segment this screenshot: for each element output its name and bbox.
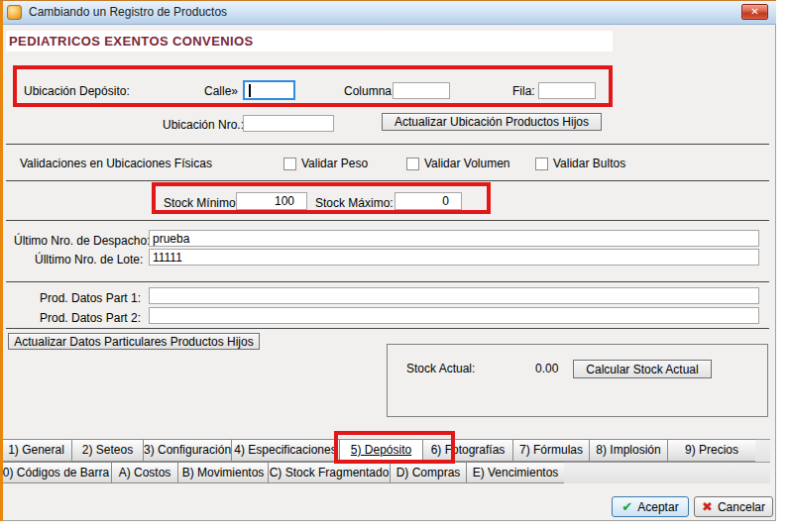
tab-formulas[interactable]: 7) Fórmulas [512, 439, 590, 462]
cancelar-button[interactable]: ✖ Cancelar [694, 496, 773, 517]
tab-general[interactable]: 1) General [0, 439, 72, 462]
divider [6, 144, 769, 145]
close-button[interactable]: ✕ [741, 4, 768, 20]
window-title: Cambiando un Registro de Productos [29, 5, 227, 19]
lote-label: Úlltimo Nro. de Lote: [35, 253, 143, 266]
calcular-stock-button[interactable]: Calcular Stock Actual [573, 360, 712, 378]
accept-check-icon: ✔ [621, 499, 632, 514]
tab-codigos-de-barra[interactable]: 0) Códigos de Barra [0, 462, 112, 483]
calle-label: Calle» [204, 84, 238, 98]
ubicacion-nro-label: Ubicación Nro.: [163, 118, 244, 132]
stock-maximo-input[interactable] [395, 192, 462, 210]
columna-label: Columna: [344, 84, 395, 98]
fila-label: Fila: [512, 84, 535, 98]
actualizar-datos-button[interactable]: Actualizar Datos Particulares Productos … [8, 333, 260, 350]
tab-row-2: 0) Códigos de Barra A) Costos B) Movimie… [0, 462, 770, 483]
aceptar-label: Aceptar [637, 500, 678, 514]
despacho-label: Último Nro. de Despacho: [14, 234, 150, 248]
tab-configuracion[interactable]: 3) Configuración [143, 439, 232, 462]
divider [6, 328, 769, 329]
validar-peso-label: Validar Peso [301, 157, 368, 170]
divider [6, 180, 769, 181]
cancelar-label: Cancelar [718, 500, 765, 514]
tab-seteos[interactable]: 2) Seteos [71, 439, 144, 462]
stock-actual-value: 0.00 [535, 362, 558, 375]
product-name: PEDIATRICOS EXENTOS CONVENIOS [6, 31, 613, 52]
app-icon [7, 5, 22, 20]
tab-implosion[interactable]: 8) Implosión [589, 439, 668, 462]
title-bar[interactable]: Cambiando un Registro de Productos [0, 0, 776, 25]
cancel-x-icon: ✖ [702, 499, 713, 514]
screen: Cambiando un Registro de Productos ✕ PED… [0, 0, 790, 532]
stock-actual-label: Stock Actual: [406, 362, 475, 375]
datos-part2-input[interactable] [149, 307, 759, 324]
text-caret [249, 84, 251, 97]
datos-part2-label: Prod. Datos Part 2: [40, 311, 141, 325]
datos-part1-input[interactable] [149, 287, 759, 304]
tab-compras[interactable]: D) Compras [390, 462, 467, 483]
tab-strip-filler [564, 462, 770, 483]
actualizar-ubicacion-button[interactable]: Actualizar Ubicación Productos Hijos [382, 113, 602, 131]
datos-part1-label: Prod. Datos Part 1: [40, 291, 141, 305]
window-top-border [0, 0, 776, 1]
tab-vencimientos[interactable]: E) Vencimientos [466, 462, 565, 483]
validar-bultos-checkbox[interactable] [535, 158, 548, 170]
aceptar-button[interactable]: ✔ Aceptar [612, 496, 689, 517]
validar-volumen-label: Validar Volumen [424, 157, 510, 170]
tab-fotografias[interactable]: 6) Fotografías [422, 439, 513, 462]
tab-especificaciones[interactable]: 4) Especificaciones [231, 439, 340, 462]
stock-minimo-input[interactable] [236, 192, 307, 210]
window-edge-highlight [0, 0, 3, 521]
stock-maximo-label: Stock Máximo: [315, 196, 394, 210]
divider [6, 220, 769, 221]
validar-bultos-label: Validar Bultos [553, 157, 625, 170]
lote-input[interactable] [149, 249, 759, 266]
stock-minimo-label: Stock Mínimo: [164, 196, 239, 210]
tab-stock-fragmentado[interactable]: C) Stock Fragmentado [268, 462, 391, 483]
despacho-input[interactable] [149, 230, 759, 247]
ubicacion-deposito-label: Ubicación Depósito: [24, 84, 130, 98]
close-icon: ✕ [750, 6, 758, 17]
tab-row-1: 1) General 2) Seteos 3) Configuración 4)… [0, 439, 770, 462]
ubicacion-nro-input[interactable] [243, 115, 334, 132]
divider [6, 281, 769, 282]
tab-costos[interactable]: A) Costos [111, 462, 178, 483]
tab-deposito[interactable]: 5) Depósito [339, 439, 423, 462]
validaciones-title: Validaciones en Ubicaciones Físicas [20, 157, 212, 170]
validar-volumen-checkbox[interactable] [406, 158, 419, 170]
tab-strip-filler [755, 439, 770, 462]
stock-actual-groupbox [387, 344, 768, 417]
product-name-field: PEDIATRICOS EXENTOS CONVENIOS [6, 31, 613, 52]
tab-movimientos[interactable]: B) Movimientos [177, 462, 269, 483]
columna-input[interactable] [393, 82, 450, 99]
validar-peso-checkbox[interactable] [283, 158, 296, 170]
tab-precios[interactable]: 9) Precios [667, 439, 756, 462]
fila-input[interactable] [538, 82, 596, 99]
dialog-window: Cambiando un Registro de Productos ✕ PED… [0, 0, 776, 521]
